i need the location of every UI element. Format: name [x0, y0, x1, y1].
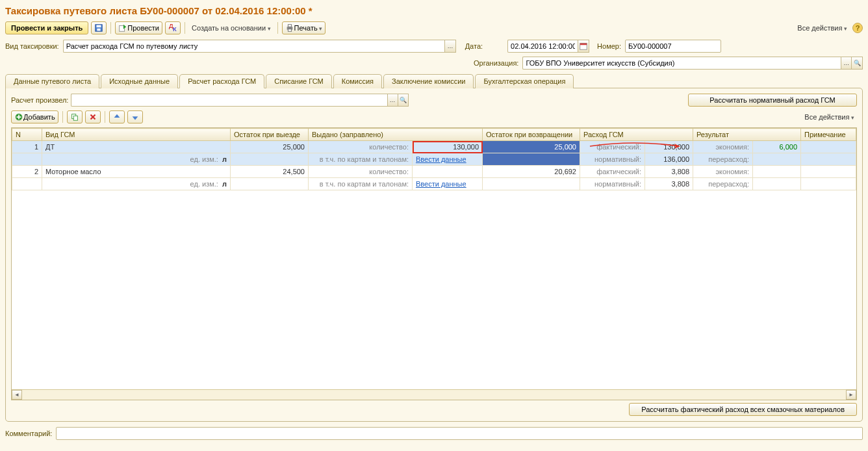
calc-by-ellipsis-button[interactable]: …	[387, 94, 398, 107]
dtkt-icon: ДК	[168, 23, 177, 32]
col-note[interactable]: Примечание	[801, 129, 856, 141]
svg-rect-7	[288, 25, 291, 27]
add-button[interactable]: Добавить	[11, 110, 58, 123]
svg-rect-10	[580, 44, 587, 45]
org-label: Организация:	[474, 59, 518, 67]
print-button[interactable]: Печать	[282, 21, 326, 34]
table-row[interactable]: ед. изм.: л в т.ч. по картам и талонам: …	[12, 153, 856, 166]
post-icon	[118, 23, 127, 32]
create-based-dropdown[interactable]: Создать на основании	[189, 23, 274, 33]
printer-icon	[285, 23, 294, 32]
tab-commission-conclusion[interactable]: Заключение комиссии	[383, 74, 474, 88]
post-button[interactable]: Провести	[115, 21, 162, 34]
tab-fuel-writeoff[interactable]: Списание ГСМ	[266, 74, 332, 88]
type-input[interactable]	[63, 40, 444, 53]
move-down-button[interactable]	[127, 110, 143, 123]
table-header-row: N Вид ГСМ Остаток при выезде Выдано (зап…	[12, 129, 856, 141]
org-ellipsis-button[interactable]: …	[841, 57, 852, 70]
type-label: Вид таксировки:	[5, 42, 59, 50]
horizontal-scrollbar[interactable]: ◄ ►	[12, 389, 856, 400]
page-title: Таксировка путевого листа БУ00-000007 от…	[5, 5, 863, 16]
arrow-up-icon	[112, 112, 121, 122]
number-label: Номер:	[597, 42, 621, 50]
svg-rect-8	[288, 29, 291, 32]
date-input[interactable]	[507, 40, 578, 53]
svg-rect-13	[73, 116, 77, 120]
table-all-actions-dropdown[interactable]: Все действия	[802, 112, 857, 122]
col-out[interactable]: Остаток при выезде	[231, 129, 309, 141]
fuel-table[interactable]: N Вид ГСМ Остаток при выезде Выдано (зап…	[11, 127, 857, 400]
col-n[interactable]: N	[12, 129, 42, 141]
svg-text:К: К	[173, 25, 177, 32]
table-row[interactable]: ед. изм.: л в т.ч. по картам и талонам: …	[12, 178, 856, 190]
type-ellipsis-button[interactable]: …	[444, 40, 456, 53]
calendar-icon	[579, 42, 588, 51]
comment-label: Комментарий:	[5, 430, 52, 437]
dt-kt-button[interactable]: ДК	[165, 21, 181, 34]
tab-waybill-data[interactable]: Данные путевого листа	[5, 74, 99, 88]
main-toolbar: Провести и закрыть Провести ДК Создать н…	[5, 21, 863, 34]
calc-by-label: Расчет произвел:	[11, 96, 68, 104]
all-actions-dropdown[interactable]: Все действия	[795, 23, 850, 33]
number-input[interactable]	[625, 40, 721, 53]
date-label: Дата:	[465, 42, 483, 50]
arrow-down-icon	[131, 112, 140, 122]
tab-commission[interactable]: Комиссия	[333, 74, 382, 88]
svg-rect-1	[97, 25, 101, 28]
col-type[interactable]: Вид ГСМ	[42, 129, 231, 141]
help-icon[interactable]: ?	[852, 23, 863, 33]
tab-fuel-calc[interactable]: Расчет расхода ГСМ	[179, 74, 264, 88]
move-up-button[interactable]	[109, 110, 125, 123]
calendar-button[interactable]	[578, 40, 589, 53]
qty-cell-highlighted[interactable]: 130,000	[413, 141, 483, 153]
x-icon	[88, 112, 97, 122]
calc-fact-button[interactable]: Рассчитать фактический расход всех смазо…	[629, 403, 857, 416]
enter-data-link[interactable]: Ввести данные	[413, 178, 483, 190]
col-result[interactable]: Результат	[693, 129, 801, 141]
post-and-close-button[interactable]: Провести и закрыть	[5, 21, 88, 34]
col-consumption[interactable]: Расход ГСМ	[580, 129, 693, 141]
col-issued[interactable]: Выдано (заправлено)	[309, 129, 483, 141]
diskette-icon	[94, 23, 103, 32]
enter-data-link[interactable]: Ввести данные	[413, 153, 483, 166]
calc-by-input[interactable]	[71, 94, 387, 107]
copy-button[interactable]	[67, 110, 83, 123]
tab-accounting-op[interactable]: Бухгалтерская операция	[475, 74, 574, 88]
svg-rect-2	[97, 29, 101, 31]
calc-by-search-button[interactable]: 🔍	[398, 94, 409, 107]
calc-norm-button[interactable]: Рассчитать нормативный расход ГСМ	[688, 94, 857, 107]
org-input[interactable]	[522, 57, 841, 70]
col-return[interactable]: Остаток при возвращении	[483, 129, 580, 141]
copy-icon	[70, 112, 79, 122]
tab-content: Расчет произвел: … 🔍 Рассчитать норматив…	[5, 88, 863, 422]
delete-button[interactable]	[85, 110, 101, 123]
table-row[interactable]: 1 ДТ 25,000 количество: 130,000 25,000 ф…	[12, 141, 856, 153]
plus-icon	[14, 112, 23, 122]
save-button[interactable]	[91, 21, 107, 34]
comment-input[interactable]	[56, 427, 863, 440]
tabs: Данные путевого листа Исходные данные Ра…	[5, 74, 863, 88]
scroll-right-button[interactable]: ►	[846, 390, 856, 400]
scroll-left-button[interactable]: ◄	[12, 390, 22, 400]
tab-source-data[interactable]: Исходные данные	[101, 74, 178, 88]
table-row[interactable]: 2 Моторное масло 24,500 количество: 20,6…	[12, 166, 856, 178]
org-search-button[interactable]: 🔍	[852, 57, 863, 70]
return-cell-selected[interactable]: 25,000	[483, 141, 580, 153]
